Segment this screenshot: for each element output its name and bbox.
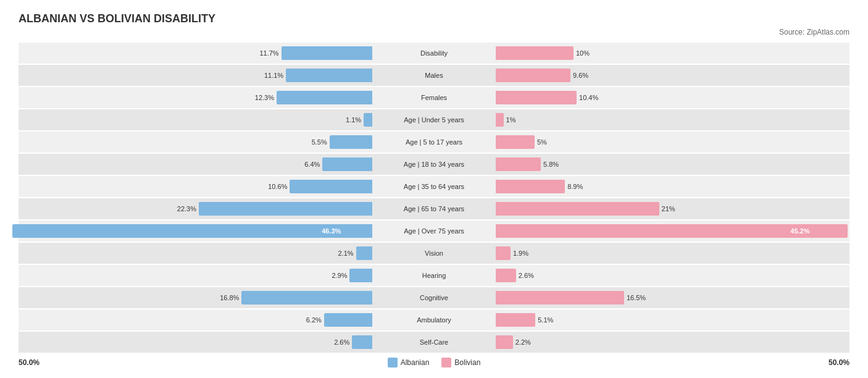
footer-right: 50.0%: [828, 358, 849, 367]
row-label: Age | Under 5 years: [372, 116, 496, 124]
value-bolivian: 10.4%: [579, 94, 598, 101]
chart-row: 11.7%Disability10%: [19, 43, 849, 64]
chart-title: ALBANIAN VS BOLIVIAN DISABILITY: [19, 12, 849, 25]
chart-row: 12.3%Females10.4%: [19, 87, 849, 108]
value-bolivian: 5.8%: [543, 161, 559, 168]
bar-bolivian: [496, 246, 511, 260]
row-label: Age | 35 to 64 years: [372, 183, 496, 190]
value-bolivian: 2.2%: [515, 338, 531, 346]
bar-albanian: [290, 180, 372, 193]
chart-row: 6.2%Ambulatory5.1%: [19, 309, 849, 330]
chart-row: 2.1%Vision1.9%: [19, 243, 849, 264]
chart-row: 46.3%Age | Over 75 years45.2%: [19, 220, 849, 242]
bolivian-color-box: [441, 358, 451, 368]
chart-row: 2.9%Hearing2.6%: [19, 265, 849, 286]
bar-albanian: [324, 313, 372, 327]
chart-area: 11.7%Disability10%11.1%Males9.6%12.3%Fem…: [19, 43, 849, 353]
bar-albanian: [364, 113, 372, 127]
row-label: Hearing: [372, 272, 496, 279]
source: Source: ZipAtlas.com: [19, 28, 849, 36]
value-albanian: 12.3%: [255, 94, 274, 101]
value-albanian: 1.1%: [346, 116, 361, 124]
value-bolivian: 2.6%: [519, 272, 534, 279]
bar-albanian: [12, 224, 372, 238]
bar-albanian: [330, 135, 372, 149]
bar-bolivian: [496, 113, 504, 127]
value-albanian: 11.1%: [264, 72, 283, 79]
row-label: Cognitive: [372, 294, 496, 301]
row-label: Age | Over 75 years: [372, 227, 496, 235]
chart-row: 6.4%Age | 18 to 34 years5.8%: [19, 154, 849, 175]
bar-bolivian: [496, 313, 535, 327]
value-bolivian: 1.9%: [513, 250, 528, 257]
bar-bolivian: [496, 135, 535, 149]
chart-row: 1.1%Age | Under 5 years1%: [19, 109, 849, 130]
value-bolivian: 45.2%: [790, 227, 809, 235]
bar-bolivian: [496, 335, 513, 349]
value-albanian: 2.9%: [332, 272, 347, 279]
chart-row: 2.6%Self-Care2.2%: [19, 332, 849, 353]
value-albanian: 10.6%: [268, 183, 287, 190]
bar-albanian: [199, 202, 372, 216]
row-label: Males: [372, 72, 496, 79]
value-bolivian: 16.5%: [627, 294, 646, 301]
row-label: Ambulatory: [372, 316, 496, 324]
albanian-color-box: [388, 358, 398, 368]
value-bolivian: 21%: [662, 205, 675, 212]
row-label: Age | 65 to 74 years: [372, 205, 496, 212]
chart-row: 22.3%Age | 65 to 74 years21%: [19, 198, 849, 219]
chart-row: 11.1%Males9.6%: [19, 65, 849, 86]
value-albanian: 22.3%: [177, 205, 196, 212]
bar-bolivian: [496, 269, 516, 282]
bar-bolivian: [496, 202, 659, 216]
bar-albanian: [352, 335, 372, 349]
value-albanian: 5.5%: [312, 138, 327, 146]
chart-row: 10.6%Age | 35 to 64 years8.9%: [19, 176, 849, 197]
value-albanian: 16.8%: [220, 294, 239, 301]
row-label: Age | 18 to 34 years: [372, 161, 496, 168]
chart-row: 5.5%Age | 5 to 17 years5%: [19, 132, 849, 153]
footer-left: 50.0%: [19, 358, 40, 367]
legend-albanian: Albanian: [388, 358, 430, 368]
row-label: Vision: [372, 250, 496, 257]
legend-albanian-label: Albanian: [401, 358, 430, 367]
value-bolivian: 5.1%: [538, 316, 553, 324]
row-label: Disability: [372, 49, 496, 57]
chart-row: 16.8%Cognitive16.5%: [19, 287, 849, 308]
bar-albanian: [356, 246, 372, 260]
bar-albanian: [277, 91, 372, 104]
value-bolivian: 5%: [537, 138, 547, 146]
bar-bolivian: [496, 158, 541, 171]
value-bolivian: 1%: [506, 116, 516, 124]
bar-bolivian: [496, 46, 574, 60]
value-bolivian: 9.6%: [573, 72, 588, 79]
bar-bolivian: [496, 180, 565, 193]
bar-albanian: [282, 46, 372, 60]
value-albanian: 6.4%: [304, 161, 320, 168]
row-label: Age | 5 to 17 years: [372, 138, 496, 146]
bar-albanian: [349, 269, 372, 282]
value-albanian: 6.2%: [306, 316, 322, 324]
bar-albanian: [286, 69, 372, 82]
bar-albanian: [241, 291, 372, 304]
row-label: Females: [372, 94, 496, 101]
bar-albanian: [322, 158, 372, 171]
value-albanian: 46.3%: [322, 227, 341, 235]
legend-bolivian-label: Bolivian: [454, 358, 480, 367]
legend-bolivian: Bolivian: [441, 358, 480, 368]
bar-bolivian: [496, 291, 624, 304]
value-bolivian: 10%: [576, 49, 590, 57]
row-label: Self-Care: [372, 338, 496, 346]
value-albanian: 2.1%: [338, 250, 353, 257]
value-bolivian: 8.9%: [567, 183, 583, 190]
value-albanian: 11.7%: [259, 49, 278, 57]
value-albanian: 2.6%: [334, 338, 349, 346]
bar-bolivian: [496, 91, 577, 104]
bar-bolivian: [496, 69, 570, 82]
